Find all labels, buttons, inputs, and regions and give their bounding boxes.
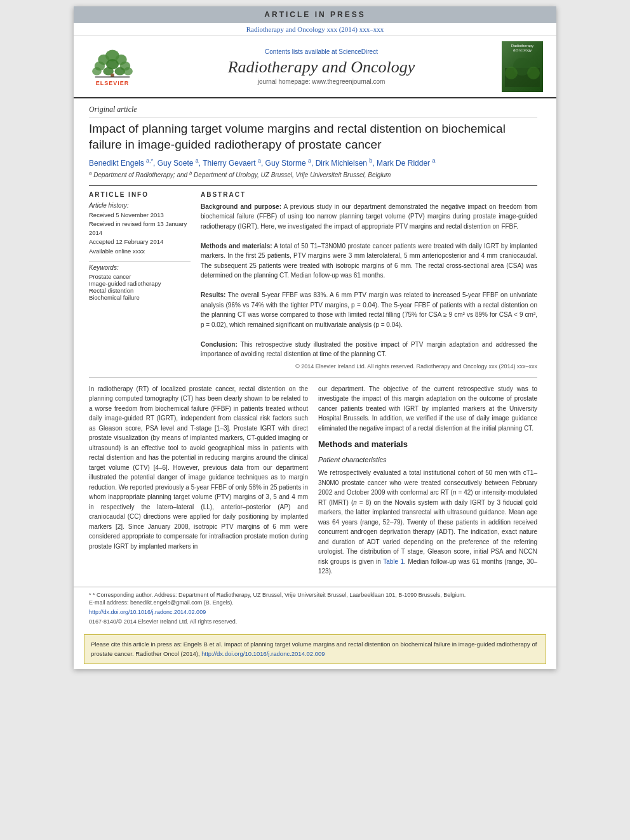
elsevier-label: ELSEVIER (96, 80, 130, 86)
conclusion-text: This retrospective study illustrated the… (201, 341, 537, 358)
cover-image: Radiotherapy &Oncology (502, 41, 543, 92)
email-note: E-mail address: benedikt.engels@gmail.co… (89, 599, 541, 607)
corresponding-author-text: * Corresponding author. Address: Departm… (93, 592, 466, 598)
background-label: Background and purpose: (201, 203, 281, 210)
keyword-3: Rectal distention (89, 287, 191, 294)
authors-text: Benedikt Engels a,*, Guy Soete a, Thierr… (89, 159, 435, 168)
body-col-left: In radiotherapy (RT) of localized prosta… (89, 384, 308, 580)
doi-link[interactable]: http://dx.doi.org/10.1016/j.radonc.2014.… (89, 608, 541, 617)
table-1-ref[interactable]: Table 1 (383, 558, 404, 565)
keywords-title: Keywords: (89, 264, 191, 271)
body-section: In radiotherapy (RT) of localized prosta… (89, 377, 537, 580)
cover-title-text: Radiotherapy &Oncology (504, 44, 540, 53)
issn-note: 0167-8140/© 2014 Elsevier Ireland Ltd. A… (89, 618, 541, 626)
aip-banner: ARTICLE IN PRESS (74, 6, 556, 23)
journal-name: Radiotherapy and Oncology (147, 58, 495, 77)
available-date: Available online xxxx (89, 247, 191, 256)
methods-heading: Methods and materials (318, 438, 537, 451)
keyword-2: Image-guided radiotherapy (89, 280, 191, 287)
elsevier-tree-icon (90, 47, 135, 79)
cover-art-icon (505, 55, 540, 87)
svg-point-15 (527, 67, 540, 79)
article-info-title: ARTICLE INFO (89, 191, 191, 198)
abstract-title: ABSTRACT (201, 191, 537, 198)
received-date: Received 5 November 2013 (89, 211, 191, 220)
svg-rect-10 (111, 74, 114, 77)
corresponding-author-note: * * Corresponding author. Address: Depar… (89, 591, 541, 599)
patient-chars-heading: Patient characteristics (318, 455, 537, 465)
results-label: Results: (201, 291, 225, 298)
main-content: Original article Impact of planning targ… (74, 98, 556, 587)
results-text: The overall 5-year FFBF was 83%. A 6 mm … (201, 291, 537, 328)
abstract-text: Background and purpose: A previous study… (201, 202, 537, 359)
svg-point-9 (123, 67, 133, 76)
intro-paragraph: In radiotherapy (RT) of localized prosta… (89, 384, 308, 552)
authors-line: Benedikt Engels a,*, Guy Soete a, Thierr… (89, 157, 537, 168)
elsevier-logo: ELSEVIER (84, 47, 141, 86)
keywords-section: Keywords: Prostate cancer Image-guided r… (89, 261, 191, 301)
keyword-1: Prostate cancer (89, 273, 191, 280)
sciencedirect-link[interactable]: ScienceDirect (338, 48, 378, 55)
contents-line: Contents lists available at ScienceDirec… (147, 48, 495, 55)
keyword-4: Biochemical failure (89, 294, 191, 301)
affiliation: a Department of Radiotherapy; and b Depa… (89, 170, 537, 178)
journal-header: ELSEVIER Contents lists available at Sci… (74, 36, 556, 98)
article-info-column: ARTICLE INFO Article history: Received 5… (89, 191, 191, 370)
footnotes: * * Corresponding author. Address: Depar… (74, 587, 556, 629)
patient-paragraph: We retrospectively evaluated a total ins… (318, 468, 537, 577)
homepage-line: journal homepage: www.thegreenjournal.co… (147, 78, 495, 85)
journal-cover: Radiotherapy &Oncology (502, 41, 546, 92)
article-info-abstract: ARTICLE INFO Article history: Received 5… (89, 185, 537, 370)
abstract-column: ABSTRACT Background and purpose: A previ… (201, 191, 537, 370)
bottom-notice: Please cite this article in press as: En… (84, 634, 546, 664)
svg-point-6 (92, 67, 102, 76)
accepted-date: Accepted 12 February 2014 (89, 237, 191, 246)
journal-title-center: Contents lists available at ScienceDirec… (147, 48, 495, 85)
intro-cont-paragraph: our department. The objective of the cur… (318, 384, 537, 434)
aip-text: ARTICLE IN PRESS (264, 10, 365, 19)
conclusion-label: Conclusion: (201, 341, 238, 348)
article-type: Original article (89, 105, 537, 117)
contents-label: Contents lists available at (265, 48, 337, 55)
abstract-copyright: © 2014 Elsevier Ireland Ltd. All rights … (201, 363, 537, 370)
svg-point-14 (505, 67, 518, 79)
article-history-title: Article history: (89, 202, 191, 209)
journal-link-bar: Radiotherapy and Oncology xxx (2014) xxx… (74, 23, 556, 36)
citation-doi-link[interactable]: http://dx.doi.org/10.1016/j.radonc.2014.… (201, 650, 325, 657)
body-col-right: our department. The objective of the cur… (318, 384, 537, 580)
methods-label: Methods and materials: (201, 243, 272, 250)
journal-citation: Radiotherapy and Oncology xxx (2014) xxx… (246, 25, 384, 33)
body-columns: In radiotherapy (RT) of localized prosta… (89, 384, 537, 580)
article-title: Impact of planning target volume margins… (89, 121, 537, 152)
revised-date: Received in revised form 13 January 2014 (89, 220, 191, 238)
article-page: ARTICLE IN PRESS Radiotherapy and Oncolo… (74, 6, 556, 669)
